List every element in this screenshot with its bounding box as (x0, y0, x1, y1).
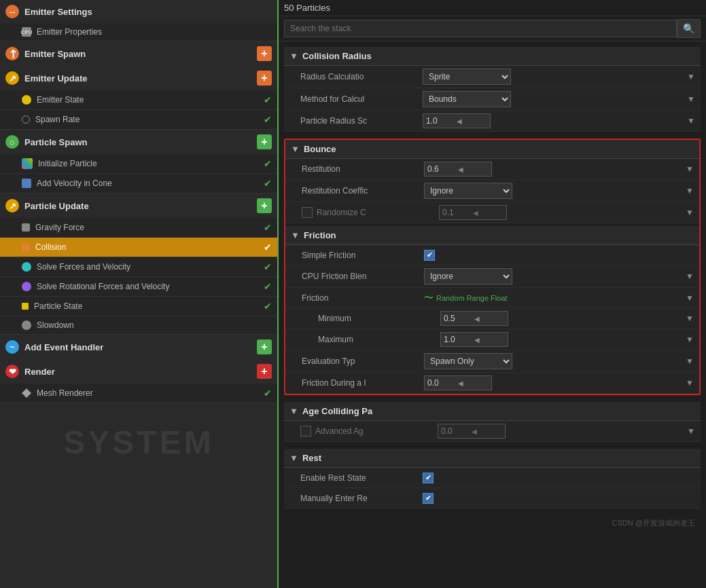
render-label: Render (24, 367, 55, 377)
collision-icon (22, 243, 30, 251)
solve-rotational-icon (22, 282, 31, 291)
restitution-coeff-expand[interactable]: ▼ (686, 186, 694, 196)
maximum-expand[interactable]: ▼ (686, 335, 694, 344)
particle-radius-row: Particle Radius Sc 1.0 ◀ ▼ (284, 111, 701, 132)
randomize-input[interactable]: 0.1 ◀ (439, 205, 507, 220)
method-for-calc-label: Method for Calcul (300, 94, 423, 104)
particle-radius-value: 1.0 ◀ (423, 113, 683, 128)
friction-sub-expand[interactable]: ▼ (686, 293, 694, 303)
emitter-settings-label: Emitter Settings (24, 7, 92, 17)
emitter-settings-icon: ↔ (5, 5, 19, 18)
particle-spawn-header[interactable]: ○ Particle Spawn + (0, 130, 277, 154)
manually-enter-checkbox[interactable]: ✔ (423, 493, 434, 504)
particle-spawn-add-btn[interactable]: + (257, 134, 272, 149)
radius-calculation-expand[interactable]: ▼ (687, 72, 695, 81)
simple-friction-value: ✔ (424, 250, 694, 261)
search-input[interactable] (284, 20, 677, 37)
render-add-btn[interactable]: + (257, 364, 272, 379)
particle-update-add-btn[interactable]: + (257, 198, 272, 213)
randomize-expand[interactable]: ▼ (686, 208, 694, 217)
maximum-label: Maximum (318, 335, 440, 344)
minimum-input[interactable]: 0.5 ◀ (440, 311, 508, 326)
emitter-settings-header[interactable]: ↔ Emitter Settings (0, 0, 277, 23)
particle-update-header[interactable]: ↗ Particle Update + (0, 194, 277, 218)
sidebar-item-mesh-renderer[interactable]: Mesh Renderer ✔ (0, 384, 277, 403)
sidebar-item-particle-state[interactable]: Particle State ✔ (0, 297, 277, 316)
render-header[interactable]: ❤ Render + (0, 359, 277, 384)
restitution-coeff-select[interactable]: Ignore (424, 183, 512, 199)
eval-type-expand[interactable]: ▼ (686, 356, 694, 366)
maximum-input[interactable]: 1.0 ◀ (440, 332, 508, 347)
restitution-expand[interactable]: ▼ (686, 164, 694, 174)
event-handler-icon: ~ (5, 340, 19, 354)
sidebar-item-collision[interactable]: Collision ✔ (0, 238, 277, 257)
simple-friction-label: Simple Friction (302, 251, 424, 260)
particle-spawn-icon: ○ (5, 135, 19, 149)
manually-enter-row: Manually Enter Re ✔ (284, 488, 701, 509)
sidebar-item-slowdown[interactable]: Slowdown (0, 316, 277, 335)
particle-state-check: ✔ (264, 301, 272, 312)
restitution-coeff-value: Ignore (424, 183, 682, 199)
method-for-calc-expand[interactable]: ▼ (687, 94, 695, 104)
particle-state-icon (22, 303, 29, 310)
cpu-blend-select[interactable]: Ignore (424, 268, 512, 284)
enable-rest-value: ✔ (423, 473, 695, 483)
radius-calculation-value: Sprite (423, 69, 683, 85)
manually-enter-value: ✔ (423, 493, 695, 504)
emitter-spawn-add-btn[interactable]: + (257, 46, 272, 61)
add-event-handler-header[interactable]: ~ Add Event Handler + (0, 335, 277, 359)
search-bar: 🔍 (279, 16, 706, 41)
emitter-update-add-btn[interactable]: + (257, 71, 272, 86)
restitution-input[interactable]: 0.6 ◀ (424, 162, 492, 177)
initialize-particle-icon (22, 158, 33, 169)
sidebar-item-emitter-state[interactable]: Emitter State ✔ (0, 90, 277, 110)
friction-during-value: 0.0 ◀ (424, 375, 682, 390)
particle-radius-expand[interactable]: ▼ (687, 116, 695, 126)
rest-header[interactable]: ▼ Rest (284, 449, 701, 468)
advanced-ag-input[interactable]: 0.0 ◀ (438, 424, 506, 439)
emitter-spawn-header[interactable]: ↗ Emitter Spawn + (0, 41, 277, 66)
method-for-calc-select[interactable]: Bounds (423, 91, 511, 107)
emitter-update-header[interactable]: ↗ Emitter Update + (0, 66, 277, 90)
emitter-properties-icon: CPU (22, 27, 31, 37)
bounce-arrow: ▼ (291, 144, 300, 154)
restitution-value: 0.6 ◀ (424, 162, 682, 177)
friction-sub-row: Friction 〜 Random Range Float ▼ (285, 288, 699, 308)
sidebar-item-emitter-properties[interactable]: CPU Emitter Properties (0, 23, 277, 41)
add-velocity-cone-check: ✔ (264, 178, 272, 189)
solve-forces-label: Solve Forces and Velocity (37, 262, 130, 272)
friction-during-expand[interactable]: ▼ (686, 378, 694, 388)
sidebar-item-add-velocity-cone[interactable]: Add Velocity in Cone ✔ (0, 174, 277, 194)
advanced-ag-checkbox[interactable] (300, 426, 311, 437)
enable-rest-checkbox[interactable]: ✔ (423, 473, 434, 483)
randomize-checkbox[interactable] (302, 207, 313, 218)
search-button[interactable]: 🔍 (677, 19, 701, 38)
radius-calculation-select[interactable]: Sprite (423, 69, 511, 85)
cpu-blend-expand[interactable]: ▼ (686, 272, 694, 281)
sidebar-item-initialize-particle[interactable]: Initialize Particle ✔ (0, 154, 277, 174)
advanced-ag-expand[interactable]: ▼ (687, 426, 695, 436)
emitter-update-label: Emitter Update (24, 73, 87, 84)
collision-radius-arrow: ▼ (289, 51, 298, 61)
restitution-label: Restitution (302, 164, 424, 174)
particle-spawn-label: Particle Spawn (24, 137, 87, 147)
watermark: CSDN @开发游戏的老王 (284, 515, 701, 531)
simple-friction-checkbox[interactable]: ✔ (424, 250, 435, 261)
minimum-expand[interactable]: ▼ (686, 314, 694, 323)
add-event-handler-btn[interactable]: + (257, 339, 272, 354)
particle-radius-input[interactable]: 1.0 ◀ (423, 113, 491, 128)
eval-type-value: Spawn Only (424, 353, 682, 369)
rest-block: ▼ Rest Enable Rest State ✔ Manually Ente… (284, 449, 701, 509)
bounce-header[interactable]: ▼ Bounce (285, 140, 699, 159)
age-colliding-header[interactable]: ▼ Age Colliding Pa (284, 402, 701, 421)
right-content: ▼ Collision Radius Radius Calculatio Spr… (279, 41, 706, 588)
sidebar-item-solve-forces[interactable]: Solve Forces and Velocity ✔ (0, 257, 277, 277)
friction-during-input[interactable]: 0.0 ◀ (424, 375, 492, 390)
collision-radius-header[interactable]: ▼ Collision Radius (284, 47, 701, 66)
friction-header[interactable]: ▼ Friction (285, 226, 699, 245)
sidebar-item-spawn-rate[interactable]: Spawn Rate ✔ (0, 110, 277, 130)
sidebar-item-gravity-force[interactable]: Gravity Force ✔ (0, 218, 277, 238)
restitution-coeff-label: Restitution Coeffic (302, 186, 424, 196)
eval-type-select[interactable]: Spawn Only (424, 353, 512, 369)
sidebar-item-solve-rotational[interactable]: Solve Rotational Forces and Velocity ✔ (0, 277, 277, 297)
